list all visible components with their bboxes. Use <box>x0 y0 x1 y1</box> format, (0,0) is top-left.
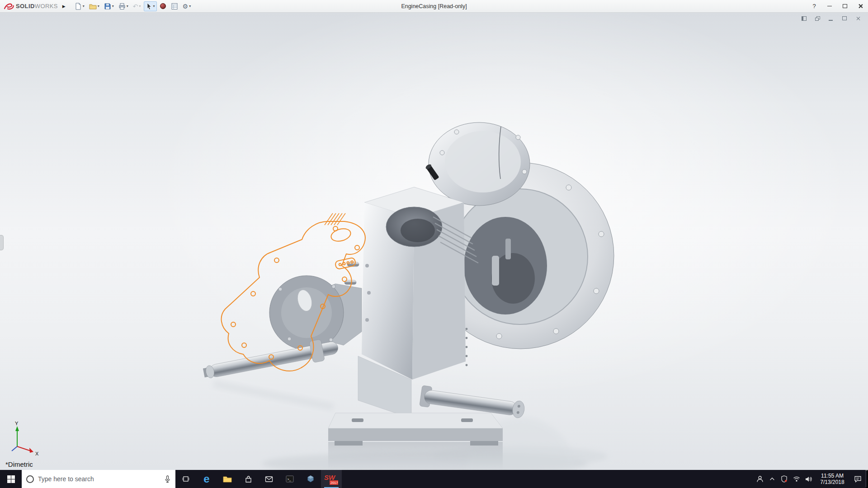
sw-year: 2017 <box>330 481 338 485</box>
search-input[interactable] <box>38 475 160 483</box>
reference-triad: Y X <box>7 421 45 459</box>
svg-text:>_: >_ <box>288 478 291 481</box>
file-explorer-button[interactable] <box>217 470 238 488</box>
dropdown-arrow-icon[interactable]: ▾ <box>189 5 191 8</box>
doc-maximize-button[interactable] <box>842 15 849 21</box>
x-axis-arrow <box>29 448 33 453</box>
defender-button[interactable] <box>778 470 790 488</box>
undo-button[interactable]: ↶ ▾ <box>131 1 143 11</box>
help-button[interactable]: ? <box>807 0 822 12</box>
edrawings-icon <box>307 475 315 483</box>
options-button[interactable]: ⚙ ▾ <box>181 1 193 11</box>
windows-logo-icon <box>7 475 15 483</box>
show-desktop-button[interactable] <box>865 470 868 488</box>
speaker-icon <box>805 476 812 483</box>
maximize-icon <box>843 4 847 8</box>
titlebar: SOLIDWORKS ▶ ▾ ▾ ▾ <box>0 0 868 13</box>
people-button[interactable] <box>754 470 766 488</box>
brand-solid: SOLID <box>16 3 35 9</box>
minimize-icon <box>827 6 832 7</box>
dropdown-arrow-icon[interactable]: ▾ <box>153 5 155 8</box>
action-center-icon <box>854 475 862 483</box>
volume-button[interactable] <box>802 470 815 488</box>
close-icon <box>858 4 863 9</box>
left-shaft[interactable] <box>202 336 340 384</box>
dropdown-arrow-icon[interactable]: ▾ <box>139 5 141 8</box>
solidworks-logo: SOLIDWORKS <box>0 2 60 10</box>
dock-pane-icon <box>802 16 807 21</box>
graphics-area[interactable]: Y X *Dimetric <box>0 13 868 470</box>
maximize-button[interactable] <box>837 0 853 12</box>
edge-button[interactable]: e <box>196 470 217 488</box>
close-icon <box>856 16 860 21</box>
document-window-controls <box>802 15 863 21</box>
restore-icon <box>815 18 819 21</box>
cortana-icon <box>26 475 34 483</box>
gear-icon: ⚙ <box>183 3 189 10</box>
close-button[interactable] <box>853 0 868 12</box>
hole-pattern <box>466 328 468 366</box>
solidworks-app-button[interactable]: SW 2017 <box>321 470 342 488</box>
edrawings-button[interactable] <box>300 470 321 488</box>
store-icon <box>245 475 252 483</box>
people-icon <box>756 475 764 483</box>
command-prompt-button[interactable]: >_ <box>279 470 300 488</box>
print-icon <box>118 3 126 10</box>
taskbar: e <box>0 470 868 488</box>
mail-icon <box>265 476 273 483</box>
start-button[interactable] <box>0 470 22 488</box>
doc-restore-button[interactable] <box>815 15 822 21</box>
z-axis <box>12 446 17 451</box>
network-button[interactable] <box>790 470 802 488</box>
dropdown-arrow-icon[interactable]: ▾ <box>112 5 114 8</box>
view-orientation-label: *Dimetric <box>5 460 33 468</box>
taskbar-clock[interactable]: 11:55 AM 7/13/2018 <box>815 470 850 488</box>
brand-works: WORKS <box>35 3 58 9</box>
store-button[interactable] <box>238 470 259 488</box>
minimize-icon <box>829 20 833 21</box>
mail-button[interactable] <box>259 470 279 488</box>
dropdown-arrow-icon[interactable]: ▾ <box>83 5 85 8</box>
command-prompt-icon: >_ <box>286 475 294 483</box>
undo-icon: ↶ <box>133 3 138 10</box>
print-button[interactable]: ▾ <box>117 1 130 11</box>
engine-casing-model[interactable] <box>0 13 868 470</box>
action-center-button[interactable] <box>850 470 865 488</box>
dropdown-arrow-icon[interactable]: ▾ <box>127 5 128 8</box>
brand-text: SOLIDWORKS <box>16 3 58 9</box>
chevron-up-icon <box>769 476 775 482</box>
window-controls: ? <box>807 0 868 12</box>
y-axis-label: Y <box>15 421 19 426</box>
select-button[interactable]: ▾ <box>144 1 157 11</box>
open-document-button[interactable]: ▾ <box>87 1 101 11</box>
task-view-button[interactable] <box>175 470 196 488</box>
edge-icon: e <box>203 474 209 484</box>
task-view-icon <box>182 475 190 483</box>
doc-minimize-button[interactable] <box>829 15 835 21</box>
display-state-button[interactable] <box>158 1 168 11</box>
hidden-icons-button[interactable] <box>766 470 778 488</box>
y-axis-arrow <box>15 426 19 431</box>
wifi-icon <box>793 476 800 482</box>
clock-date: 7/13/2018 <box>820 479 844 485</box>
taskbar-search[interactable] <box>22 470 175 488</box>
minimize-button[interactable] <box>822 0 837 12</box>
select-cursor-icon <box>146 3 152 10</box>
microphone-icon[interactable] <box>164 475 171 483</box>
taskbar-apps: e <box>175 470 342 488</box>
clock-time: 11:55 AM <box>821 473 844 479</box>
doc-close-button[interactable] <box>856 15 863 21</box>
appearance-sphere-icon <box>160 3 166 9</box>
dock-pane-button[interactable] <box>802 15 808 21</box>
menu-flyout-arrow[interactable]: ▶ <box>60 0 68 12</box>
file-properties-button[interactable] <box>169 1 180 11</box>
sw-letters: SW <box>324 474 336 481</box>
quick-access-toolbar: ▾ ▾ ▾ ▾ <box>73 1 193 11</box>
new-document-icon <box>75 3 82 10</box>
dropdown-arrow-icon[interactable]: ▾ <box>98 5 99 8</box>
new-document-button[interactable]: ▾ <box>73 1 86 11</box>
solidworks-window: SOLIDWORKS ▶ ▾ ▾ ▾ <box>0 0 868 488</box>
featuremanager-collapsed-handle[interactable] <box>0 235 4 250</box>
file-properties-icon <box>171 3 178 10</box>
save-button[interactable]: ▾ <box>102 1 116 11</box>
